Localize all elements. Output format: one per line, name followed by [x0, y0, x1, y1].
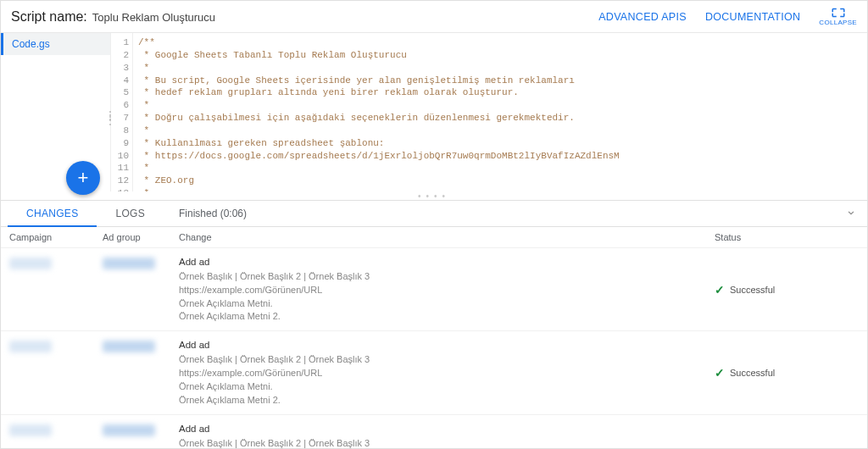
- code-line: /**: [138, 37, 155, 47]
- code-line: *: [138, 163, 149, 173]
- change-line: Örnek Başlık | Örnek Başlık 2 | Örnek Ba…: [179, 353, 715, 367]
- cell-status: ✓ Successful: [715, 422, 859, 449]
- results-header: Campaign Ad group Change Status: [1, 227, 867, 247]
- chevron-down-icon[interactable]: [845, 207, 857, 221]
- cell-campaign: [9, 422, 103, 449]
- advanced-apis-link[interactable]: ADVANCED APIS: [598, 11, 687, 23]
- collapse-label: COLLAPSE: [819, 19, 857, 26]
- cell-change: Add ad Örnek Başlık | Örnek Başlık 2 | Ö…: [179, 255, 715, 324]
- editor-area: Code.gs + ⋮⋮ 123456789101112131415161718…: [1, 33, 867, 191]
- change-line: https://example.com/Görünen/URL: [179, 367, 715, 380]
- change-line: Örnek Açıklama Metni 2.: [179, 310, 715, 324]
- tab-logs[interactable]: LOGS: [97, 201, 164, 226]
- cell-adgroup: [103, 338, 179, 407]
- change-line: Örnek Açıklama Metni 2.: [179, 394, 715, 407]
- change-title: Add ad: [179, 338, 715, 352]
- table-row: Add ad Örnek Başlık | Örnek Başlık 2 | Ö…: [1, 247, 867, 330]
- header-right: ADVANCED APIS DOCUMENTATION COLLAPSE: [598, 7, 857, 26]
- file-tab-code[interactable]: Code.gs: [1, 33, 110, 55]
- finished-status: Finished (0:06): [179, 208, 247, 219]
- cell-change: Add ad Örnek Başlık | Örnek Başlık 2 | Ö…: [179, 422, 715, 449]
- cell-campaign: [9, 255, 103, 324]
- col-header-status: Status: [715, 232, 859, 242]
- code-line: * Google Sheets Tabanlı Toplu Reklam Olu…: [138, 50, 407, 60]
- cell-campaign: [9, 338, 103, 407]
- collapse-icon: [831, 7, 846, 19]
- tab-changes[interactable]: CHANGES: [8, 202, 97, 227]
- script-name-value[interactable]: Toplu Reklam Oluşturucu: [92, 11, 215, 24]
- change-line: Örnek Başlık | Örnek Başlık 2 | Örnek Ba…: [179, 270, 715, 284]
- code-line: * Bu script, Google Sheets içerisinde ye…: [138, 75, 575, 86]
- file-sidebar: Code.gs +: [1, 33, 111, 191]
- change-line: https://example.com/Görünen/URL: [179, 284, 715, 297]
- status-text: Successful: [730, 368, 775, 378]
- collapse-button[interactable]: COLLAPSE: [819, 7, 857, 26]
- code-content[interactable]: /** * Google Sheets Tabanlı Toplu Reklam…: [133, 33, 867, 191]
- check-icon: ✓: [715, 366, 725, 380]
- code-line: * https://docs.google.com/spreadsheets/d…: [138, 151, 620, 161]
- code-line: *: [138, 63, 149, 73]
- plus-icon: +: [78, 167, 89, 189]
- check-icon: ✓: [715, 283, 725, 297]
- code-line: * Doğru çalışabilmesi için aşağıdaki seç…: [138, 113, 575, 123]
- col-header-adgroup: Ad group: [103, 232, 179, 242]
- code-line: *: [138, 125, 149, 136]
- add-file-button[interactable]: +: [66, 161, 100, 195]
- cell-adgroup: [103, 255, 179, 324]
- cell-adgroup: [103, 422, 179, 449]
- code-editor[interactable]: 1234567891011121314151617181920 /** * Go…: [111, 33, 867, 191]
- code-line: *: [138, 100, 149, 110]
- change-line: Örnek Açıklama Metni.: [179, 380, 715, 394]
- header-left: Script name: Toplu Reklam Oluşturucu: [11, 9, 215, 25]
- code-line: * hedef reklam grupları altında yeni bir…: [138, 87, 519, 97]
- col-header-change: Change: [179, 232, 715, 242]
- cell-change: Add ad Örnek Başlık | Örnek Başlık 2 | Ö…: [179, 338, 715, 407]
- table-row: Add ad Örnek Başlık | Örnek Başlık 2 | Ö…: [1, 414, 867, 449]
- code-line: * ZEO.org: [138, 175, 194, 186]
- code-line: * Kullanılması gereken spreadsheet şablo…: [138, 138, 384, 148]
- col-header-campaign: Campaign: [9, 232, 103, 242]
- cell-status: ✓ Successful: [715, 255, 859, 324]
- output-tabs: CHANGES LOGS Finished (0:06): [1, 200, 867, 227]
- change-line: Örnek Açıklama Metni.: [179, 297, 715, 311]
- documentation-link[interactable]: DOCUMENTATION: [705, 11, 800, 23]
- vertical-resize-handle[interactable]: ••••: [1, 191, 867, 200]
- line-gutter: 1234567891011121314151617181920: [111, 33, 133, 191]
- change-title: Add ad: [179, 255, 715, 269]
- change-line: Örnek Başlık | Örnek Başlık 2 | Örnek Ba…: [179, 437, 715, 449]
- status-text: Successful: [730, 285, 775, 295]
- code-line: *: [138, 188, 149, 191]
- change-title: Add ad: [179, 422, 715, 436]
- table-row: Add ad Örnek Başlık | Örnek Başlık 2 | Ö…: [1, 330, 867, 413]
- cell-status: ✓ Successful: [715, 338, 859, 407]
- header-bar: Script name: Toplu Reklam Oluşturucu ADV…: [1, 1, 867, 33]
- script-name-label: Script name:: [11, 9, 87, 25]
- results-rows: Add ad Örnek Başlık | Örnek Başlık 2 | Ö…: [1, 247, 867, 449]
